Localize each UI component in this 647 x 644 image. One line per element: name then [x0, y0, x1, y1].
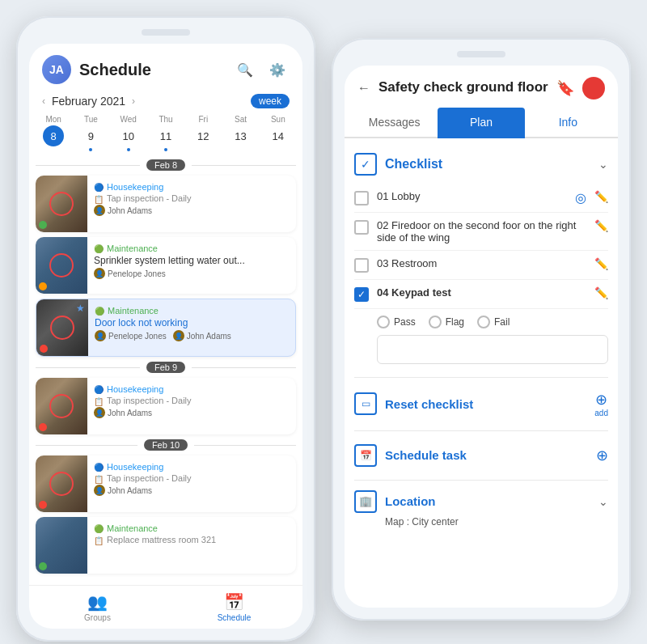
checkbox-ci2[interactable]: [354, 220, 369, 235]
nav-item-schedule[interactable]: 📅 Schedule: [166, 592, 302, 622]
radio-fail[interactable]: Fail: [477, 316, 510, 328]
groups-icon: 👥: [87, 592, 108, 612]
task-card[interactable]: 🔵 Housekeeping 📋 Tap inspection - Daily …: [36, 378, 296, 434]
next-month-arrow[interactable]: ›: [132, 95, 135, 107]
checklist-item-keypad: 04 Keypad test ✏️: [354, 280, 608, 309]
date-divider-feb10: Feb 10: [36, 439, 296, 451]
radio-circle: [429, 316, 442, 328]
search-icon[interactable]: 🔍: [233, 57, 257, 82]
nav-label-groups: Groups: [84, 613, 111, 622]
divider: [354, 377, 608, 378]
tab-messages[interactable]: Messages: [351, 108, 438, 138]
schedule-header: JA Schedule 🔍 ⚙️: [29, 44, 302, 91]
filter-icon[interactable]: ⚙️: [265, 57, 290, 82]
task-card[interactable]: 🔵 Housekeeping 📋 Tap inspection - Daily …: [36, 455, 296, 512]
checklist-item: 01 Lobby ◎ ✏️: [354, 184, 608, 213]
task-thumbnail: ★: [36, 299, 88, 356]
task-category: 🟢 Maintenance: [95, 306, 289, 316]
task-card[interactable]: 🟢 Maintenance Sprinkler system letting w…: [36, 237, 296, 294]
location-detail: Map : City center: [354, 513, 608, 531]
back-button[interactable]: ←: [357, 81, 370, 95]
person-info: 👤 John Adams: [94, 407, 290, 418]
day-thu[interactable]: Thu 11: [148, 115, 184, 151]
task-meta: 📋 Replace mattress room 321: [94, 535, 290, 546]
status-dot: [39, 282, 47, 290]
checkbox-ci3[interactable]: [354, 258, 369, 273]
user-status-button[interactable]: [582, 77, 605, 100]
task-name-link[interactable]: Door lock not working: [95, 317, 289, 328]
edit-icon[interactable]: ✏️: [594, 219, 608, 232]
task-meta: 📋 Tap inspection - Daily: [94, 473, 290, 485]
task-card[interactable]: 🔵 Housekeeping 📋 Tap inspection - Daily …: [36, 176, 296, 232]
month-label: February 2021: [52, 95, 125, 108]
date-divider-feb9: Feb 9: [36, 362, 296, 373]
day-wed[interactable]: Wed 10: [111, 115, 146, 151]
checkbox-ci4[interactable]: [354, 287, 369, 302]
checklist-title: Checklist: [385, 157, 598, 172]
task-info: 🟢 Maintenance Sprinkler system letting w…: [94, 237, 296, 294]
checklist-items: 01 Lobby ◎ ✏️ 02 Firedoor on the second …: [354, 184, 608, 374]
item-label: 04 Keypad test: [377, 286, 586, 299]
tab-info[interactable]: Info: [525, 108, 611, 138]
task-category: 🔵 Housekeeping: [94, 462, 290, 472]
item-label: 02 Firedoor on the second foor on the ri…: [377, 219, 586, 244]
task-category: 🟢 Maintenance: [94, 244, 290, 253]
bookmark-icon[interactable]: 🔖: [556, 79, 574, 97]
keypad-text-input[interactable]: [377, 335, 608, 364]
task-info: 🟢 Maintenance Door lock not working 👤 Pe…: [95, 299, 295, 356]
checkbox-ci1[interactable]: [354, 191, 369, 205]
task-info: 🔵 Housekeeping 📋 Tap inspection - Daily …: [94, 455, 296, 512]
location-header[interactable]: 🏢 Location ⌄: [354, 490, 608, 513]
page-title: Safety check ground floor: [378, 79, 548, 95]
day-sat[interactable]: Sat 13: [222, 115, 258, 151]
task-category: 🟢 Maintenance: [94, 523, 290, 533]
plus-icon[interactable]: ⊕: [596, 447, 608, 464]
radio-pass[interactable]: Pass: [377, 316, 416, 328]
eye-icon[interactable]: ◎: [575, 190, 586, 205]
edit-icon[interactable]: ✏️: [594, 190, 608, 203]
day-tue[interactable]: Tue 9: [73, 115, 108, 151]
radio-flag[interactable]: Flag: [429, 316, 464, 328]
day-mon[interactable]: Mon 8: [36, 115, 71, 151]
person-info: 👤 John Adams: [94, 205, 290, 216]
star-icon: ★: [76, 303, 85, 314]
checklist-item: 03 Restroom ✏️: [354, 251, 608, 280]
task-thumbnail: [36, 176, 87, 232]
day-fri[interactable]: Fri 12: [185, 115, 221, 151]
tabs-row: Messages Plan Info: [345, 108, 618, 138]
person-info: 👤 John Adams: [94, 485, 290, 496]
schedule-task-row[interactable]: 📅 Schedule task ⊕: [354, 434, 608, 477]
edit-icon[interactable]: ✏️: [594, 286, 608, 299]
location-icon: 🏢: [354, 490, 377, 513]
task-thumbnail: [36, 455, 87, 512]
checklist-icon: ✓: [354, 153, 377, 176]
task-thumbnail: [36, 237, 87, 294]
edit-icon[interactable]: ✏️: [594, 257, 608, 270]
task-info: 🔵 Housekeeping 📋 Tap inspection - Daily …: [94, 378, 296, 434]
task-thumbnail: [36, 517, 87, 574]
checklist-section-header[interactable]: ✓ Checklist ⌄: [354, 145, 608, 184]
status-dot: [39, 562, 47, 570]
plus-icon[interactable]: ⊕: [595, 391, 607, 409]
tab-plan[interactable]: Plan: [438, 108, 524, 138]
task-card-highlighted[interactable]: ★ 🟢 Maintenance Door lock not working 👤 …: [36, 299, 296, 357]
schedule-icon: 📅: [224, 592, 244, 612]
nav-item-groups[interactable]: 👥 Groups: [29, 592, 166, 622]
reset-checklist-title: Reset checklist: [385, 397, 594, 411]
task-persons: 👤 Penelope Jones 👤 John Adams: [95, 330, 289, 341]
reset-checklist-row[interactable]: ▭ Reset checklist ⊕ add: [354, 381, 608, 427]
task-card[interactable]: 🟢 Maintenance 📋 Replace mattress room 32…: [36, 517, 296, 574]
status-dot: [39, 221, 47, 229]
chevron-down-icon: ⌄: [598, 158, 608, 171]
task-info: 🔵 Housekeeping 📋 Tap inspection - Daily …: [94, 176, 296, 232]
task-name: Sprinkler system letting water out...: [94, 255, 290, 266]
right-header: ← Safety check ground floor 🔖: [345, 66, 618, 108]
status-dot: [40, 345, 48, 353]
prev-month-arrow[interactable]: ‹: [42, 95, 45, 107]
task-meta: 📋 Tap inspection - Daily: [94, 193, 290, 205]
day-sun[interactable]: Sun 14: [260, 115, 296, 151]
calendar-nav: ‹ February 2021 › week: [29, 91, 302, 112]
week-badge[interactable]: week: [251, 94, 290, 108]
day-dot: [127, 148, 130, 151]
location-title: Location: [385, 494, 598, 508]
